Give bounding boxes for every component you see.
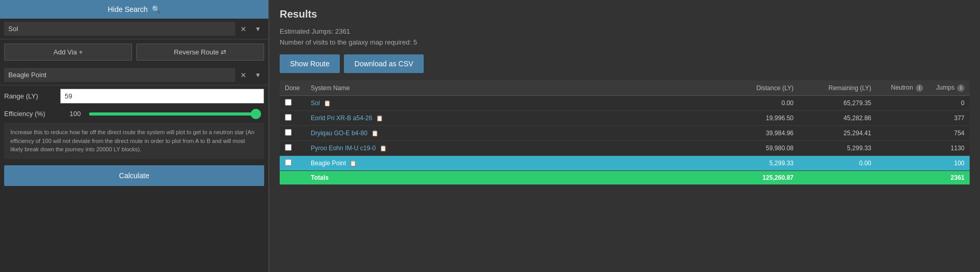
copy-icon[interactable]: 📋 [380, 145, 387, 151]
row-remaining: 25,294.41 [799, 126, 876, 141]
header-system-name: System Name [306, 80, 721, 96]
table-row: Dryiqau GO-E b4-80 📋 39,984.96 25,294.41… [280, 126, 970, 141]
results-table: Done System Name Distance (LY) Remaining… [280, 80, 970, 185]
download-csv-button[interactable]: Download as CSV [344, 54, 424, 73]
from-system-dropdown-button[interactable]: ▼ [252, 23, 264, 35]
efficiency-row: Efficiency (%) 100 [0, 107, 268, 121]
left-panel: Hide Search 🔍 ✕ ▼ Add Via + Reverse Rout… [0, 0, 269, 272]
table-row: Beagle Point 📋 5,299.33 0.00 100 [280, 156, 970, 171]
row-remaining: 0.00 [799, 156, 876, 171]
show-route-button[interactable]: Show Route [280, 54, 340, 73]
efficiency-info-text: Increase this to reduce how far off the … [4, 123, 264, 159]
jumps-info-icon: i [957, 84, 964, 92]
row-distance: 5,299.33 [721, 156, 799, 171]
row-distance: 0.00 [721, 96, 799, 111]
range-row: Range (LY) [0, 85, 268, 107]
row-system-name: Beagle Point 📋 [306, 156, 721, 171]
totals-remaining [799, 171, 876, 185]
reverse-route-button[interactable]: Reverse Route ⇄ [136, 44, 264, 61]
results-title: Results [280, 8, 970, 20]
row-done [280, 111, 306, 126]
header-remaining: Remaining (LY) [799, 80, 876, 96]
totals-row: Totals 125,260.87 2361 [280, 171, 970, 185]
copy-icon[interactable]: 📋 [371, 130, 379, 136]
totals-label: Totals [306, 171, 721, 185]
system-link[interactable]: Sol [311, 99, 320, 107]
header-done: Done [280, 80, 306, 96]
neutron-info-icon: i [916, 84, 923, 92]
search-icon: 🔍 [152, 5, 161, 13]
galaxy-map-visits: Number of visits to the galaxy map requi… [280, 38, 970, 46]
calculate-button[interactable]: Calculate [4, 165, 264, 186]
row-neutron [876, 141, 928, 156]
copy-icon[interactable]: 📋 [324, 100, 331, 106]
row-neutron [876, 126, 928, 141]
to-system-row: ✕ ▼ [0, 65, 268, 85]
row-distance: 59,980.08 [721, 141, 799, 156]
header-jumps: Jumps i [928, 80, 970, 96]
row-done [280, 141, 306, 156]
row-remaining: 5,299.33 [799, 141, 876, 156]
to-system-dropdown-button[interactable]: ▼ [252, 69, 264, 81]
slider-thumb[interactable] [251, 109, 261, 119]
efficiency-label: Efficiency (%) [4, 110, 56, 118]
row-system-name: Dryiqau GO-E b4-80 📋 [306, 126, 721, 141]
row-remaining: 65,279.35 [799, 96, 876, 111]
row-jumps: 100 [928, 156, 970, 171]
row-jumps: 377 [928, 111, 970, 126]
totals-done [280, 171, 306, 185]
from-system-row: ✕ ▼ [0, 19, 268, 39]
add-via-button[interactable]: Add Via + [4, 44, 132, 61]
totals-distance: 125,260.87 [721, 171, 799, 185]
done-checkbox[interactable] [285, 99, 292, 106]
totals-neutron [876, 171, 928, 185]
row-system-name: Eorld Pri XR-B a54-26 📋 [306, 111, 721, 126]
results-buttons: Show Route Download as CSV [280, 54, 970, 73]
done-checkbox[interactable] [285, 129, 292, 136]
estimated-jumps: Estimated Jumps: 2361 [280, 27, 970, 35]
table-row: Pyroo Eohn IM-U c19-0 📋 59,980.08 5,299.… [280, 141, 970, 156]
action-row: Add Via + Reverse Route ⇄ [0, 39, 268, 65]
hide-search-button[interactable]: Hide Search 🔍 [0, 0, 268, 19]
row-neutron [876, 96, 928, 111]
copy-icon[interactable]: 📋 [376, 115, 383, 121]
range-label: Range (LY) [4, 92, 56, 100]
slider-fill [89, 112, 260, 116]
header-distance: Distance (LY) [721, 80, 799, 96]
done-checkbox[interactable] [285, 114, 292, 121]
row-system-name: Sol 📋 [306, 96, 721, 111]
right-panel: Results Estimated Jumps: 2361 Number of … [269, 0, 980, 272]
totals-jumps: 2361 [928, 171, 970, 185]
table-header-row: Done System Name Distance (LY) Remaining… [280, 80, 970, 96]
row-done [280, 96, 306, 111]
hide-search-label: Hide Search [108, 5, 148, 13]
system-link[interactable]: Pyroo Eohn IM-U c19-0 [311, 145, 376, 152]
system-link[interactable]: Beagle Point [311, 160, 346, 167]
table-row: Sol 📋 0.00 65,279.35 0 [280, 96, 970, 111]
table-row: Eorld Pri XR-B a54-26 📋 19,996.50 45,282… [280, 111, 970, 126]
row-neutron [876, 111, 928, 126]
to-system-clear-button[interactable]: ✕ [237, 69, 250, 81]
row-jumps: 754 [928, 126, 970, 141]
efficiency-value: 100 [60, 110, 81, 118]
efficiency-slider-container[interactable] [85, 112, 264, 116]
range-input[interactable] [60, 89, 264, 104]
header-neutron: Neutron i [876, 80, 928, 96]
copy-icon[interactable]: 📋 [350, 160, 357, 166]
system-link[interactable]: Dryiqau GO-E b4-80 [311, 130, 367, 137]
system-link[interactable]: Eorld Pri XR-B a54-26 [311, 114, 372, 122]
row-neutron [876, 156, 928, 171]
row-jumps: 0 [928, 96, 970, 111]
done-checkbox[interactable] [285, 159, 292, 166]
done-checkbox[interactable] [285, 144, 292, 151]
from-system-clear-button[interactable]: ✕ [237, 23, 250, 35]
slider-track [89, 112, 260, 116]
row-jumps: 1130 [928, 141, 970, 156]
from-system-input[interactable] [4, 22, 235, 36]
to-system-input[interactable] [4, 68, 235, 82]
row-done [280, 126, 306, 141]
row-distance: 19,996.50 [721, 111, 799, 126]
row-distance: 39,984.96 [721, 126, 799, 141]
row-done [280, 156, 306, 171]
row-remaining: 45,282.86 [799, 111, 876, 126]
